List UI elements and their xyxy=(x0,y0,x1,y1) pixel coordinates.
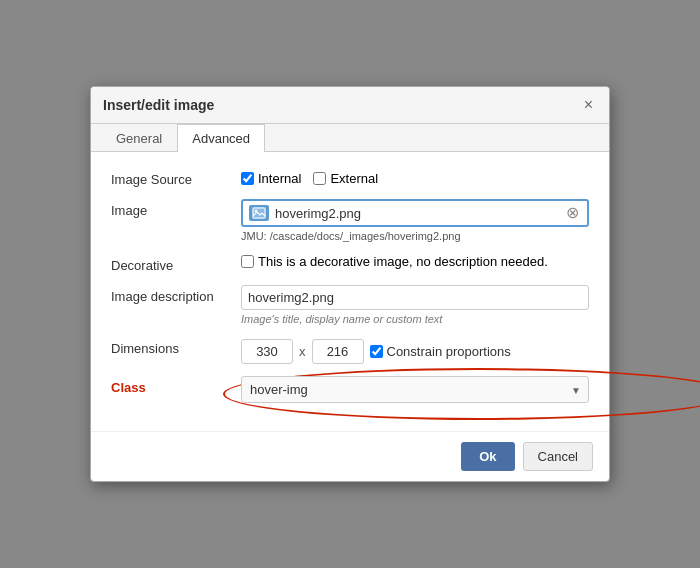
svg-rect-0 xyxy=(252,207,266,219)
image-description-control: Image's title, display name or custom te… xyxy=(241,285,589,325)
dialog-footer: Ok Cancel xyxy=(91,431,609,481)
image-source-controls: Internal External xyxy=(241,168,589,186)
tab-bar: General Advanced xyxy=(91,124,609,152)
image-filename: hoverimg2.png xyxy=(275,206,557,221)
external-checkbox-label[interactable]: External xyxy=(313,171,378,186)
decorative-row: Decorative This is a decorative image, n… xyxy=(111,254,589,273)
image-source-label: Image Source xyxy=(111,168,241,187)
class-select[interactable]: hover-img image-left image-right image-c… xyxy=(241,376,589,403)
constrain-checkbox[interactable] xyxy=(370,345,383,358)
tab-advanced[interactable]: Advanced xyxy=(177,124,265,152)
class-row: Class hover-img image-left image-right i… xyxy=(111,376,589,403)
class-control: hover-img image-left image-right image-c… xyxy=(241,376,589,403)
image-row: Image hoverimg2.png ⊗ JMU: /cascade/doc xyxy=(111,199,589,242)
close-button[interactable]: × xyxy=(580,95,597,115)
class-label: Class xyxy=(111,376,241,395)
decorative-text: This is a decorative image, no descripti… xyxy=(258,254,548,269)
image-source-row: Image Source Internal External xyxy=(111,168,589,187)
dialog-header: Insert/edit image × xyxy=(91,87,609,124)
internal-checkbox-label[interactable]: Internal xyxy=(241,171,301,186)
external-label: External xyxy=(330,171,378,186)
image-label: Image xyxy=(111,199,241,218)
image-file-icon xyxy=(249,205,269,221)
internal-checkbox[interactable] xyxy=(241,172,254,185)
decorative-checkbox[interactable] xyxy=(241,255,254,268)
cancel-button[interactable]: Cancel xyxy=(523,442,593,471)
image-description-input[interactable] xyxy=(241,285,589,310)
dimensions-control: x Constrain proportions xyxy=(241,337,589,364)
decorative-control: This is a decorative image, no descripti… xyxy=(241,254,589,269)
tab-general[interactable]: General xyxy=(101,124,177,152)
image-control: hoverimg2.png ⊗ JMU: /cascade/docs/_imag… xyxy=(241,199,589,242)
height-input[interactable] xyxy=(312,339,364,364)
dialog-title: Insert/edit image xyxy=(103,97,214,113)
form-body: Image Source Internal External Image xyxy=(91,152,609,431)
internal-label: Internal xyxy=(258,171,301,186)
class-select-wrapper: hover-img image-left image-right image-c… xyxy=(241,376,589,403)
constrain-text: Constrain proportions xyxy=(387,344,511,359)
image-description-hint: Image's title, display name or custom te… xyxy=(241,313,589,325)
image-path: JMU: /cascade/docs/_images/hoverimg2.png xyxy=(241,230,589,242)
image-description-label: Image description xyxy=(111,285,241,304)
dimensions-separator: x xyxy=(299,344,306,359)
width-input[interactable] xyxy=(241,339,293,364)
image-input-wrapper: hoverimg2.png ⊗ xyxy=(241,199,589,227)
decorative-label: Decorative xyxy=(111,254,241,273)
dimensions-label: Dimensions xyxy=(111,337,241,356)
dimensions-row: Dimensions x Constrain proportions xyxy=(111,337,589,364)
image-description-row: Image description Image's title, display… xyxy=(111,285,589,325)
insert-edit-image-dialog: Insert/edit image × General Advanced Ima… xyxy=(90,86,610,482)
ok-button[interactable]: Ok xyxy=(461,442,514,471)
external-checkbox[interactable] xyxy=(313,172,326,185)
constrain-label[interactable]: Constrain proportions xyxy=(370,344,511,359)
clear-image-button[interactable]: ⊗ xyxy=(563,204,581,222)
decorative-checkbox-label[interactable]: This is a decorative image, no descripti… xyxy=(241,254,589,269)
